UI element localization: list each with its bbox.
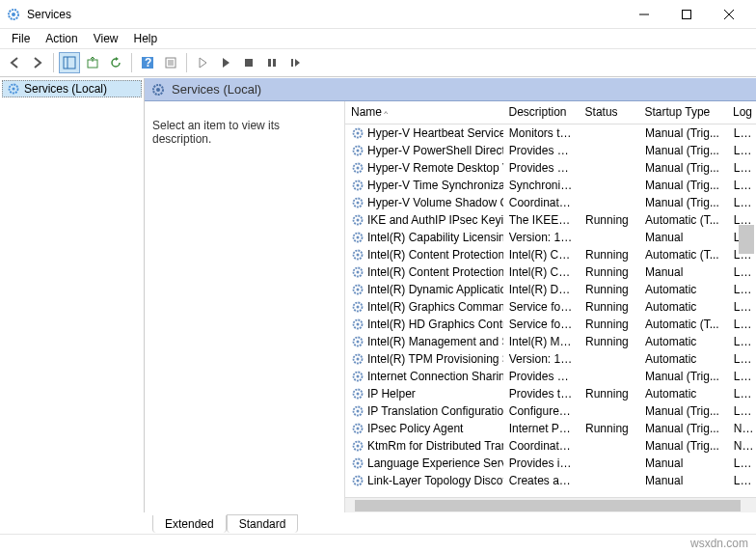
column-startup[interactable]: Startup Type — [638, 101, 727, 124]
service-status: Running — [580, 213, 639, 227]
service-desc: Provides tu... — [503, 387, 580, 401]
service-desc: Version: 1.6... — [503, 352, 580, 366]
service-icon — [351, 318, 364, 331]
bottom-tabs: Extended Standard — [0, 512, 756, 534]
menu-file[interactable]: File — [4, 30, 38, 47]
service-name: Link-Layer Topology Discov... — [367, 474, 503, 487]
svg-point-40 — [357, 271, 360, 274]
service-desc: The IKEEXT ... — [503, 213, 580, 227]
tree-root[interactable]: Services (Local) — [2, 80, 142, 97]
service-row[interactable]: Intel(R) Graphics Command...Service for … — [345, 298, 756, 316]
service-status: Running — [580, 265, 639, 279]
help-button[interactable]: ? — [137, 52, 158, 73]
svg-rect-15 — [245, 59, 253, 67]
service-icon — [351, 300, 364, 314]
service-row[interactable]: Hyper-V Heartbeat ServiceMonitors th...M… — [345, 124, 756, 142]
back-button[interactable] — [4, 52, 25, 73]
content-area: Services (Local) Services (Local) Select… — [0, 77, 756, 512]
service-row[interactable]: KtmRm for Distributed Tran...Coordinates… — [345, 437, 756, 455]
stop-button[interactable] — [238, 52, 259, 73]
minimize-button[interactable] — [623, 0, 665, 29]
service-startup: Automatic — [639, 300, 728, 314]
column-logon[interactable]: Log — [727, 101, 756, 124]
service-row[interactable]: Intel(R) Content Protection ...Intel(R) … — [345, 263, 756, 281]
service-desc: Configures ... — [503, 404, 580, 418]
menu-view[interactable]: View — [86, 30, 126, 47]
vertical-scrollbar[interactable] — [739, 157, 754, 466]
export-button[interactable] — [82, 52, 103, 73]
horizontal-scrollbar[interactable] — [345, 497, 756, 512]
service-name: Hyper-V Heartbeat Service — [367, 126, 503, 140]
service-row[interactable]: IP Translation Configuratio...Configures… — [345, 402, 756, 420]
service-startup: Manual (Trig... — [639, 370, 728, 383]
tab-extended[interactable]: Extended — [152, 515, 227, 533]
service-icon — [351, 422, 364, 435]
inner-body: Select an item to view its description. … — [145, 101, 756, 512]
service-startup: Manual (Trig... — [639, 161, 728, 175]
service-name: Hyper-V Time Synchronizati... — [367, 179, 503, 192]
services-icon — [7, 82, 20, 96]
play-button[interactable] — [215, 52, 236, 73]
svg-text:?: ? — [145, 56, 151, 69]
service-name: Intel(R) TPM Provisioning S... — [367, 352, 503, 366]
svg-rect-16 — [268, 59, 271, 67]
services-icon — [150, 82, 166, 97]
menu-help[interactable]: Help — [126, 30, 166, 47]
restart-button[interactable] — [284, 52, 306, 73]
svg-point-36 — [357, 236, 360, 239]
service-desc: Coordinates... — [503, 439, 580, 453]
service-row[interactable]: Hyper-V Volume Shadow C...Coordinates...… — [345, 194, 756, 211]
service-desc: Creates a N... — [503, 474, 580, 487]
service-row[interactable]: Internet Connection Sharin...Provides ne… — [345, 368, 756, 385]
window-title: Services — [27, 8, 623, 21]
service-startup: Automatic — [639, 352, 728, 366]
service-name: Language Experience Service — [367, 456, 503, 470]
services-icon — [6, 7, 21, 22]
service-row[interactable]: Hyper-V Time Synchronizati...Synchronize… — [345, 177, 756, 194]
svg-point-24 — [357, 132, 360, 135]
service-desc: Intel(R) Con... — [503, 265, 580, 279]
show-hide-tree-button[interactable] — [59, 52, 80, 73]
service-row[interactable]: Intel(R) HD Graphics Contro...Service fo… — [345, 316, 756, 333]
properties-button[interactable] — [160, 52, 181, 73]
service-row[interactable]: Intel(R) Management and S...Intel(R) Ma.… — [345, 333, 756, 350]
service-row[interactable]: IKE and AuthIP IPsec Keying...The IKEEXT… — [345, 211, 756, 229]
column-name[interactable]: Name — [345, 101, 502, 124]
svg-point-50 — [357, 358, 360, 361]
column-description[interactable]: Description — [502, 101, 579, 124]
close-button[interactable] — [708, 0, 750, 29]
service-row[interactable]: Intel(R) Capability Licensing...Version:… — [345, 229, 756, 246]
start-button[interactable] — [192, 52, 213, 73]
svg-point-20 — [13, 88, 15, 91]
service-desc: Provides a p... — [503, 161, 580, 175]
pause-button[interactable] — [261, 52, 283, 73]
service-row[interactable]: Intel(R) Dynamic Applicatio...Intel(R) D… — [345, 281, 756, 298]
service-row[interactable]: Language Experience ServiceProvides inf.… — [345, 455, 756, 472]
service-row[interactable]: Hyper-V PowerShell Direct ...Provides a … — [345, 142, 756, 159]
service-icon — [351, 439, 364, 453]
service-name: IP Helper — [367, 387, 416, 401]
service-row[interactable]: Hyper-V Remote Desktop Vi...Provides a p… — [345, 159, 756, 177]
service-name: Intel(R) Graphics Command... — [367, 300, 503, 314]
service-row[interactable]: Link-Layer Topology Discov...Creates a N… — [345, 472, 756, 489]
service-icon — [351, 231, 364, 244]
column-status[interactable]: Status — [580, 101, 639, 124]
forward-button[interactable] — [27, 52, 48, 73]
service-icon — [351, 265, 364, 279]
service-row[interactable]: Intel(R) TPM Provisioning S...Version: 1… — [345, 350, 756, 368]
service-row[interactable]: Intel(R) Content Protection ...Intel(R) … — [345, 246, 756, 263]
footer: wsxdn.com — [0, 534, 756, 553]
service-status: Running — [580, 422, 639, 435]
service-icon — [351, 352, 364, 366]
service-startup: Automatic — [639, 283, 728, 296]
maximize-button[interactable] — [665, 0, 708, 29]
tab-standard[interactable]: Standard — [227, 514, 299, 533]
service-startup: Manual (Trig... — [639, 179, 728, 192]
service-startup: Manual (Trig... — [639, 196, 728, 209]
menu-action[interactable]: Action — [38, 30, 85, 47]
refresh-button[interactable] — [105, 52, 126, 73]
service-row[interactable]: IP HelperProvides tu...RunningAutomaticL… — [345, 385, 756, 402]
service-row[interactable]: IPsec Policy AgentInternet Pro...Running… — [345, 420, 756, 437]
toolbar-sep — [131, 53, 132, 72]
service-desc: Intel(R) Ma... — [503, 335, 580, 348]
